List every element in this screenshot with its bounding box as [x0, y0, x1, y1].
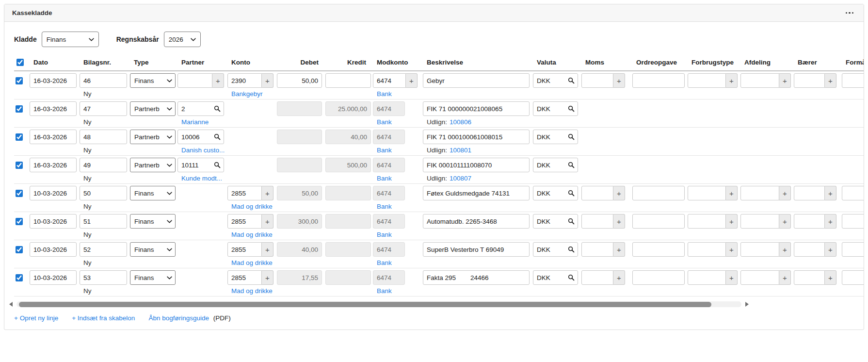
afdeling-plus-button[interactable]: + — [779, 73, 791, 88]
formaal-input[interactable] — [842, 186, 864, 200]
afdeling-input[interactable] — [740, 73, 779, 88]
valuta-input[interactable] — [533, 130, 578, 144]
baerer-plus-button[interactable]: + — [825, 270, 836, 285]
forbrugstype-plus-button[interactable]: + — [726, 186, 738, 200]
valuta-input[interactable] — [533, 73, 578, 88]
modkonto-input[interactable] — [373, 73, 406, 88]
moms-input[interactable] — [581, 73, 613, 88]
forbrugstype-plus-button[interactable]: + — [726, 214, 738, 229]
baerer-plus-button[interactable]: + — [825, 73, 836, 88]
bilagsnr-input[interactable] — [80, 214, 127, 229]
konto-link[interactable]: Bankgebyr — [231, 90, 263, 98]
baerer-plus-button[interactable]: + — [825, 214, 836, 229]
bilagsnr-input[interactable] — [80, 158, 127, 172]
valuta-input[interactable] — [533, 158, 578, 172]
ordreopgave-input[interactable] — [632, 186, 685, 200]
row-checkbox[interactable] — [16, 190, 23, 197]
baerer-input[interactable] — [794, 242, 825, 257]
baerer-plus-button[interactable]: + — [825, 186, 836, 200]
dato-input[interactable] — [30, 242, 77, 257]
bilagsnr-input[interactable] — [80, 242, 127, 257]
valuta-input[interactable] — [533, 270, 578, 285]
konto-input[interactable] — [227, 214, 262, 229]
partner-input[interactable] — [177, 158, 224, 172]
valuta-input[interactable] — [533, 101, 578, 116]
dato-input[interactable] — [30, 101, 77, 116]
scrollbar-thumb[interactable] — [19, 302, 711, 307]
modkonto-link[interactable]: Bank — [377, 118, 392, 126]
valuta-input[interactable] — [533, 214, 578, 229]
row-checkbox[interactable] — [16, 274, 23, 281]
partner-link[interactable]: Marianne — [181, 118, 209, 126]
konto-plus-button[interactable]: + — [262, 242, 273, 257]
udlign-link[interactable]: 100806 — [450, 118, 471, 126]
moms-plus-button[interactable]: + — [613, 242, 625, 257]
partner-plus-button[interactable]: + — [212, 73, 224, 88]
konto-input[interactable] — [227, 186, 262, 200]
dato-input[interactable] — [30, 73, 77, 88]
beskrivelse-input[interactable] — [423, 130, 530, 144]
beskrivelse-input[interactable] — [423, 186, 530, 200]
forbrugstype-plus-button[interactable]: + — [726, 242, 738, 257]
row-checkbox[interactable] — [16, 246, 23, 253]
scrollbar-track[interactable] — [16, 301, 741, 307]
formaal-input[interactable] — [842, 242, 864, 257]
beskrivelse-input[interactable] — [423, 214, 530, 229]
udlign-link[interactable]: 100807 — [450, 175, 471, 182]
baerer-input[interactable] — [794, 73, 825, 88]
forbrugstype-plus-button[interactable]: + — [726, 270, 738, 285]
partner-input[interactable] — [177, 130, 224, 144]
type-select[interactable]: Partnerb — [130, 158, 176, 172]
afdeling-input[interactable] — [740, 214, 779, 229]
regnskabsaar-select[interactable]: 2026 — [164, 32, 201, 47]
moms-input[interactable] — [581, 242, 613, 257]
afdeling-plus-button[interactable]: + — [779, 242, 791, 257]
type-select[interactable]: Partnerb — [130, 101, 176, 116]
modkonto-link[interactable]: Bank — [377, 175, 392, 182]
konto-link[interactable]: Mad og drikke — [231, 231, 273, 238]
beskrivelse-input[interactable] — [423, 270, 530, 285]
formaal-input[interactable] — [842, 270, 864, 285]
konto-link[interactable]: Mad og drikke — [231, 287, 273, 295]
afdeling-plus-button[interactable]: + — [779, 214, 791, 229]
ordreopgave-input[interactable] — [632, 73, 685, 88]
scroll-left-arrow[interactable] — [9, 302, 13, 307]
kladde-select[interactable]: Finans — [42, 32, 99, 47]
modkonto-link[interactable]: Bank — [377, 287, 392, 295]
beskrivelse-input[interactable] — [423, 158, 530, 172]
partner-input[interactable] — [177, 101, 224, 116]
scroll-right-arrow[interactable] — [745, 302, 749, 307]
moms-plus-button[interactable]: + — [613, 270, 625, 285]
moms-input[interactable] — [581, 270, 613, 285]
forbrugstype-plus-button[interactable]: + — [726, 73, 738, 88]
modkonto-link[interactable]: Bank — [377, 147, 392, 154]
dato-input[interactable] — [30, 186, 77, 200]
valuta-input[interactable] — [533, 242, 578, 257]
moms-plus-button[interactable]: + — [613, 73, 625, 88]
baerer-input[interactable] — [794, 214, 825, 229]
formaal-input[interactable] — [842, 73, 864, 88]
ellipsis-menu-button[interactable] — [843, 10, 856, 16]
ordreopgave-input[interactable] — [632, 242, 685, 257]
forbrugstype-input[interactable] — [688, 186, 726, 200]
bilagsnr-input[interactable] — [80, 130, 127, 144]
afdeling-plus-button[interactable]: + — [779, 186, 791, 200]
formaal-input[interactable] — [842, 214, 864, 229]
afdeling-plus-button[interactable]: + — [779, 270, 791, 285]
indsaet-fra-skabelon-link[interactable]: + Indsæt fra skabelon — [72, 314, 135, 322]
modkonto-plus-button[interactable]: + — [406, 73, 418, 88]
valuta-input[interactable] — [533, 186, 578, 200]
forbrugstype-input[interactable] — [688, 73, 726, 88]
baerer-input[interactable] — [794, 270, 825, 285]
konto-plus-button[interactable]: + — [262, 186, 273, 200]
aabn-bogfoeringsguide-link[interactable]: Åbn bogføringsguide — [148, 314, 209, 322]
baerer-input[interactable] — [794, 186, 825, 200]
type-select[interactable]: Finans — [130, 214, 176, 229]
row-checkbox[interactable] — [16, 77, 23, 84]
moms-plus-button[interactable]: + — [613, 214, 625, 229]
moms-input[interactable] — [581, 186, 613, 200]
konto-link[interactable]: Mad og drikke — [231, 259, 273, 266]
konto-plus-button[interactable]: + — [262, 73, 273, 88]
kredit-input[interactable] — [325, 73, 371, 88]
partner-link[interactable]: Danish custo... — [181, 147, 225, 154]
